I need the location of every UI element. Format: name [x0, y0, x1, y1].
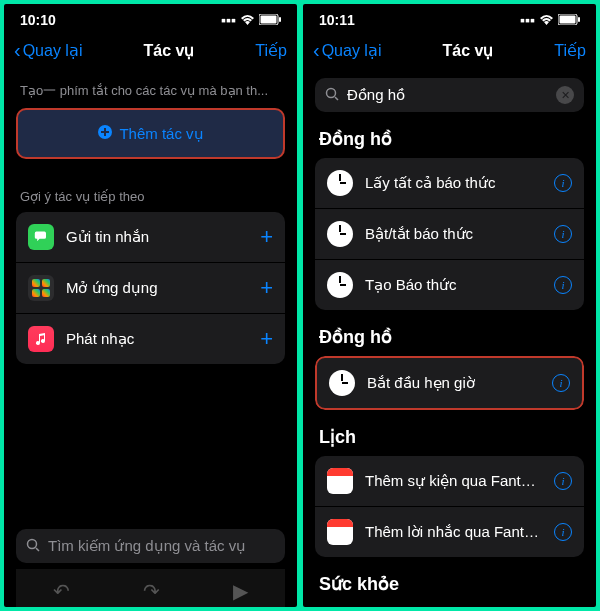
- suggestion-row[interactable]: Mở ứng dụng +: [16, 263, 285, 313]
- status-right: ▪▪▪: [221, 12, 281, 28]
- result-label: Thêm sự kiện qua Fantastical: [365, 472, 542, 490]
- search-icon: [325, 87, 339, 104]
- search-icon: [26, 538, 40, 555]
- battery-icon: [259, 12, 281, 28]
- signal-icon: ▪▪▪: [520, 12, 535, 28]
- info-icon[interactable]: i: [554, 472, 572, 490]
- wifi-icon: [240, 12, 255, 28]
- svg-rect-8: [578, 17, 580, 22]
- result-label: Thêm lời nhắc qua Fantastical: [365, 523, 542, 541]
- status-bar: 10:10 ▪▪▪: [4, 4, 297, 32]
- result-row-start-timer[interactable]: Bắt đầu hẹn giờ i: [315, 356, 584, 410]
- plus-icon[interactable]: +: [260, 275, 273, 301]
- info-icon[interactable]: i: [554, 174, 572, 192]
- signal-icon: ▪▪▪: [221, 12, 236, 28]
- info-icon[interactable]: i: [554, 225, 572, 243]
- result-row[interactable]: Thêm lời nhắc qua Fantastical i: [315, 507, 584, 557]
- clock-icon: [329, 370, 355, 396]
- info-icon[interactable]: i: [554, 276, 572, 294]
- section-header: Sức khỏe: [315, 557, 584, 603]
- search-value: Đồng hồ: [347, 86, 548, 104]
- redo-icon[interactable]: ↷: [143, 579, 160, 603]
- nav-next-button[interactable]: Tiếp: [554, 41, 586, 60]
- result-list: Bắt đầu hẹn giờ i: [315, 356, 584, 410]
- nav-next-button[interactable]: Tiếp: [255, 41, 287, 60]
- nav-bar: ‹ Quay lại Tác vụ Tiếp: [303, 32, 596, 68]
- clock-icon: [327, 170, 353, 196]
- undo-icon[interactable]: ↶: [53, 579, 70, 603]
- nav-title: Tác vụ: [82, 41, 255, 60]
- phone-left: 10:10 ▪▪▪ ‹ Quay lại Tác vụ Tiếp Tạo一 ph…: [4, 4, 297, 607]
- result-label: Lấy tất cả báo thức: [365, 174, 542, 192]
- suggestion-row[interactable]: Gửi tin nhắn +: [16, 212, 285, 262]
- result-row[interactable]: Lấy tất cả báo thức i: [315, 158, 584, 208]
- play-icon[interactable]: ▶: [233, 579, 248, 603]
- result-label: Bắt đầu hẹn giờ: [367, 374, 540, 392]
- status-right: ▪▪▪: [520, 12, 580, 28]
- suggestion-label: Gửi tin nhắn: [66, 228, 248, 246]
- status-time: 10:11: [319, 12, 355, 28]
- svg-rect-1: [261, 16, 277, 24]
- svg-line-5: [36, 548, 39, 551]
- chevron-left-icon: ‹: [14, 40, 21, 60]
- nav-bar: ‹ Quay lại Tác vụ Tiếp: [4, 32, 297, 68]
- calendar-icon: [327, 468, 353, 494]
- apps-grid-icon: [28, 275, 54, 301]
- svg-line-10: [335, 97, 338, 100]
- status-bar: 10:11 ▪▪▪: [303, 4, 596, 32]
- chevron-left-icon: ‹: [313, 40, 320, 60]
- phone-right: 10:11 ▪▪▪ ‹ Quay lại Tác vụ Tiếp Đồng hồ…: [303, 4, 596, 607]
- clock-icon: [327, 221, 353, 247]
- add-action-label: Thêm tác vụ: [119, 125, 203, 143]
- search-placeholder: Tìm kiếm ứng dụng và tác vụ: [48, 537, 275, 555]
- clear-icon[interactable]: ✕: [556, 86, 574, 104]
- search-input[interactable]: Đồng hồ ✕: [315, 78, 584, 112]
- plus-icon[interactable]: +: [260, 326, 273, 352]
- nav-title: Tác vụ: [381, 41, 554, 60]
- info-icon[interactable]: i: [554, 523, 572, 541]
- info-icon[interactable]: i: [552, 374, 570, 392]
- calendar-icon: [327, 519, 353, 545]
- search-input[interactable]: Tìm kiếm ứng dụng và tác vụ: [16, 529, 285, 563]
- suggestions-header: Gợi ý tác vụ tiếp theo: [16, 159, 285, 212]
- section-header: Lịch: [315, 410, 584, 456]
- section-header: Đồng hồ: [315, 310, 584, 356]
- nav-back-label: Quay lại: [23, 41, 83, 60]
- suggestion-label: Mở ứng dụng: [66, 279, 248, 297]
- add-action-button[interactable]: Thêm tác vụ: [16, 108, 285, 159]
- suggestions-list: Gửi tin nhắn + Mở ứng dụng + Phát nhạc +: [16, 212, 285, 364]
- plus-icon[interactable]: +: [260, 224, 273, 250]
- nav-back-label: Quay lại: [322, 41, 382, 60]
- content-right: Đồng hồ ✕ Đồng hồ Lấy tất cả báo thức i …: [303, 68, 596, 607]
- clock-icon: [327, 272, 353, 298]
- music-icon: [28, 326, 54, 352]
- nav-back-button[interactable]: ‹ Quay lại: [14, 40, 82, 60]
- svg-rect-7: [560, 16, 576, 24]
- results-scroll[interactable]: Đồng hồ Lấy tất cả báo thức i Bật/tắt bá…: [315, 112, 584, 607]
- keyboard-accessory: ↶ ↷ ▶: [16, 569, 285, 607]
- plus-circle-icon: [97, 124, 113, 143]
- suggestion-row[interactable]: Phát nhạc +: [16, 314, 285, 364]
- result-row[interactable]: Thêm sự kiện qua Fantastical i: [315, 456, 584, 506]
- messages-icon: [28, 224, 54, 250]
- status-time: 10:10: [20, 12, 56, 28]
- result-row[interactable]: Tạo Báo thức i: [315, 260, 584, 310]
- svg-rect-2: [279, 17, 281, 22]
- suggestion-label: Phát nhạc: [66, 330, 248, 348]
- result-list: Thêm sự kiện qua Fantastical i Thêm lời …: [315, 456, 584, 557]
- result-label: Bật/tắt báo thức: [365, 225, 542, 243]
- result-list: Lấy tất cả báo thức i Bật/tắt báo thức i…: [315, 158, 584, 310]
- wifi-icon: [539, 12, 554, 28]
- battery-icon: [558, 12, 580, 28]
- content-left: Tạo一 phím tắt cho các tác vụ mà bạn th..…: [4, 68, 297, 607]
- hint-text: Tạo一 phím tắt cho các tác vụ mà bạn th..…: [16, 68, 285, 108]
- section-header: Đồng hồ: [315, 112, 584, 158]
- svg-point-9: [327, 88, 336, 97]
- result-row[interactable]: Bật/tắt báo thức i: [315, 209, 584, 259]
- result-label: Tạo Báo thức: [365, 276, 542, 294]
- svg-point-4: [28, 539, 37, 548]
- nav-back-button[interactable]: ‹ Quay lại: [313, 40, 381, 60]
